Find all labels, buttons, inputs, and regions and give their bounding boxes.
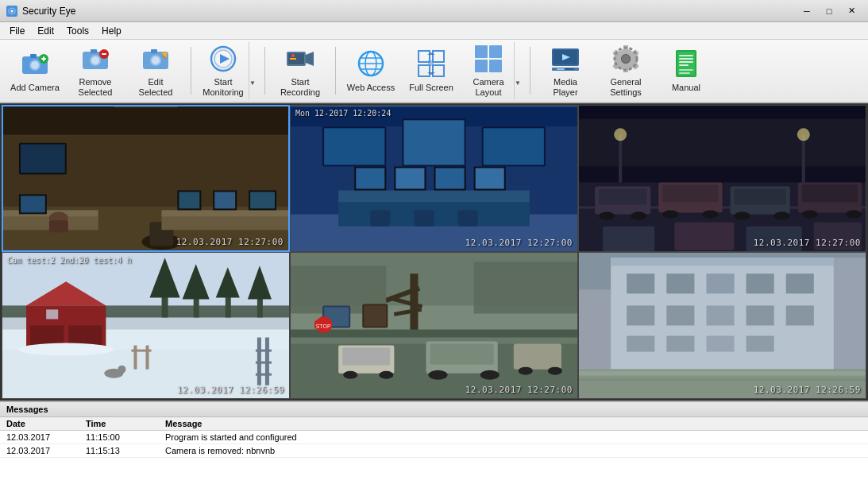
menu-file[interactable]: File: [3, 24, 31, 38]
app-title: Security Eye: [22, 6, 75, 17]
media-player-button[interactable]: Media Player: [537, 42, 594, 99]
svg-rect-40: [475, 45, 488, 58]
web-access-icon: [355, 48, 387, 79]
add-camera-icon: [19, 48, 51, 79]
svg-rect-60: [679, 69, 693, 71]
manual-label: Manual: [672, 83, 700, 93]
msg1-date: 12.03.2017: [6, 432, 86, 442]
svg-rect-139: [579, 106, 866, 251]
general-settings-label: General Settings: [601, 77, 650, 98]
svg-rect-85: [3, 107, 288, 250]
settings-icon: [610, 44, 642, 74]
fullscreen-icon: [415, 48, 447, 79]
svg-rect-43: [489, 60, 502, 72]
manual-button[interactable]: Manual: [658, 42, 715, 99]
msg2-time: 11:15:13: [86, 446, 165, 455]
edit-selected-button[interactable]: Edit Selected: [127, 42, 184, 99]
menu-edit[interactable]: Edit: [31, 24, 60, 38]
full-screen-button[interactable]: Full Screen: [403, 42, 460, 99]
msg1-text: Program is started and configured: [165, 432, 862, 442]
messages-header: Messages: [0, 402, 868, 417]
camera-layout-button[interactable]: Camera Layout: [463, 42, 514, 99]
remove-selected-button[interactable]: Remove Selected: [67, 42, 124, 99]
svg-point-186: [428, 370, 447, 380]
camera-4-header: Cam test:2 2nd:20 test:4 h: [7, 256, 132, 265]
start-monitoring-label: Start Monitoring: [202, 77, 245, 98]
svg-rect-188: [514, 344, 561, 370]
svg-rect-168: [256, 374, 272, 376]
edit-camera-icon: [140, 44, 172, 74]
svg-rect-58: [679, 61, 693, 63]
camera-2-header: Mon 12-2017 12:20:24: [295, 109, 391, 118]
separator-1: [191, 47, 191, 95]
svg-marker-22: [220, 54, 230, 64]
messages-table-header: Date Time Message: [0, 417, 868, 431]
title-bar-controls: ─ □ ✕: [797, 3, 862, 19]
camera-cell-1[interactable]: 12.03.2017 12:27:00: [2, 105, 290, 252]
title-bar: Security Eye ─ □ ✕: [0, 0, 868, 22]
maximize-button[interactable]: □: [819, 3, 839, 19]
camera-cell-4[interactable]: 12.03.2017 12:26:59 Cam test:2 2nd:20 te…: [2, 252, 290, 399]
svg-rect-176: [474, 261, 577, 313]
camera-6-timestamp: 12.03.2017 12:26:59: [754, 385, 861, 395]
camera-cell-5[interactable]: STOP 12.03.2017 12:27:00: [290, 252, 578, 399]
svg-rect-61: [679, 72, 690, 74]
monitoring-arrow[interactable]: ▼: [249, 42, 258, 99]
minimize-button[interactable]: ─: [797, 3, 817, 19]
svg-rect-109: [291, 106, 577, 107]
svg-point-0: [11, 10, 14, 12]
media-player-icon: [550, 44, 581, 74]
start-monitoring-button[interactable]: Start Monitoring: [198, 42, 249, 99]
menu-bar: File Edit Tools Help: [0, 22, 868, 40]
message-row-2[interactable]: 12.03.2017 11:15:13 Camera is removed: n…: [0, 444, 868, 458]
col-date: Date: [6, 419, 86, 428]
add-camera-button[interactable]: Add Camera: [6, 42, 64, 99]
manual-icon: [670, 48, 702, 79]
svg-point-16: [152, 56, 160, 64]
svg-point-3: [31, 61, 39, 69]
web-access-button[interactable]: Web Access: [342, 42, 399, 99]
svg-rect-49: [557, 68, 565, 70]
menu-tools[interactable]: Tools: [60, 24, 95, 38]
col-time: Time: [86, 419, 165, 428]
svg-point-193: [343, 371, 357, 379]
camera-cell-3[interactable]: 12.03.2017 12:27:00: [578, 105, 866, 252]
svg-rect-162: [146, 346, 149, 370]
svg-rect-156: [46, 309, 58, 319]
svg-rect-34: [433, 51, 444, 62]
message-row-1[interactable]: 12.03.2017 11:15:00 Program is started a…: [0, 431, 868, 444]
menu-help[interactable]: Help: [95, 24, 128, 38]
start-monitoring-group: Start Monitoring ▼: [198, 42, 258, 99]
svg-marker-25: [306, 52, 314, 66]
col-message: Message: [165, 419, 862, 428]
camera-layout-group: Camera Layout ▼: [463, 42, 523, 99]
msg2-date: 12.03.2017: [6, 446, 86, 455]
svg-point-158: [18, 343, 114, 356]
separator-3: [335, 47, 336, 95]
remove-camera-icon: [79, 44, 111, 74]
start-recording-button[interactable]: Start Recording: [272, 42, 329, 99]
svg-rect-11: [91, 49, 97, 53]
svg-point-194: [379, 371, 393, 379]
messages-panel: Messages Date Time Message 12.03.2017 11…: [0, 401, 868, 488]
separator-4: [530, 47, 530, 95]
svg-rect-17: [151, 49, 157, 53]
camera-cell-2[interactable]: 12.03.2017 12:27:00 Mon 12-2017 12:20:24: [290, 105, 578, 252]
camera-layout-label: Camera Layout: [467, 77, 510, 98]
camera-grid: 12.03.2017 12:27:00: [0, 103, 868, 401]
svg-rect-41: [489, 45, 502, 58]
close-button[interactable]: ✕: [841, 3, 862, 19]
camera-4-timestamp: 12.03.2017 12:26:59: [177, 385, 284, 395]
svg-rect-26: [290, 58, 296, 60]
svg-rect-42: [475, 60, 488, 72]
svg-text:STOP: STOP: [316, 323, 331, 329]
svg-rect-4: [30, 54, 37, 58]
camera-1-timestamp: 12.03.2017 12:27:00: [176, 237, 284, 247]
camera-cell-6[interactable]: 12.03.2017 12:26:59: [578, 252, 866, 399]
layout-arrow[interactable]: ▼: [514, 42, 523, 99]
svg-rect-166: [256, 350, 272, 352]
general-settings-button[interactable]: General Settings: [597, 42, 654, 99]
svg-marker-38: [427, 52, 435, 55]
svg-rect-185: [430, 344, 493, 365]
svg-rect-161: [133, 346, 137, 370]
